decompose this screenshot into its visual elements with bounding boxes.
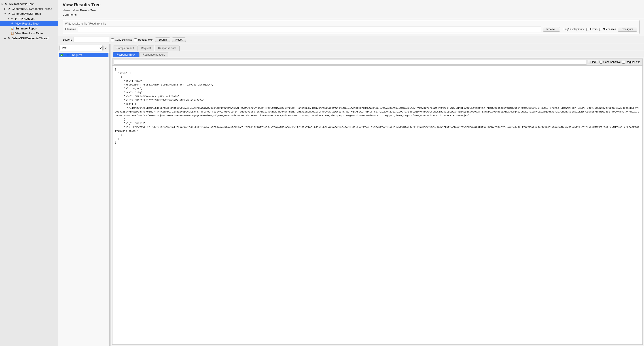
display-type-dropdown[interactable]: TextJSONXMLHTML (60, 45, 103, 51)
gear-icon: ⚙ (4, 2, 8, 6)
tab-response-data[interactable]: Response data (155, 45, 180, 51)
find-button[interactable]: Find (588, 60, 598, 64)
sidebar-item-ssh-credential-test[interactable]: ▶⚙SSHCredentialTest (0, 1, 58, 6)
sidebar-item-view-results-table[interactable]: 📋View Results in Table (0, 31, 58, 36)
successes-checkbox-group[interactable]: Successes (599, 28, 616, 31)
sidebar-item-label: GenerateJWKSThread (12, 12, 41, 15)
page-title: View Results Tree (62, 2, 640, 7)
successes-checkbox[interactable] (599, 28, 602, 31)
file-section: Write results to file / Read from file F… (62, 20, 640, 34)
expand-icon[interactable]: ⤢ (104, 46, 108, 50)
tree-arrow: ▶ (4, 7, 7, 10)
browse-button[interactable]: Browse... (543, 27, 560, 32)
tabs-row: Sampler resultRequestResponse data (111, 44, 644, 51)
gear-icon: ⚙ (7, 11, 11, 16)
page-header: View Results Tree Name: View Results Tre… (58, 0, 644, 18)
main-content: View Results Tree Name: View Results Tre… (58, 0, 644, 346)
tree-arrow: ▼ (4, 12, 7, 15)
find-bar: Find Case sensitive Regular exp. (112, 58, 643, 65)
tree-arrow: ▶ (4, 37, 7, 39)
subtab-response-headers[interactable]: Response headers (139, 52, 168, 57)
filename-label: Filename (65, 28, 76, 31)
chart-icon: 📊 (10, 26, 14, 30)
regular-exp-checkbox[interactable] (134, 38, 137, 41)
sidebar: ▶⚙SSHCredentialTest▶⚙GenerateSSHCredenti… (0, 0, 58, 346)
name-label: Name: (62, 9, 71, 12)
sidebar-item-label: View Results in Table (15, 32, 43, 35)
result-item[interactable]: HTTP Request (59, 53, 108, 57)
configure-button[interactable]: Configure (618, 27, 637, 32)
results-area: TextJSONXMLHTML ⤢ HTTP Request Sampler r… (58, 44, 644, 346)
response-content: Find Case sensitive Regular exp. { "keys… (111, 57, 644, 346)
errors-checkbox-group[interactable]: Errors (586, 28, 598, 31)
find-regular-exp-checkbox[interactable] (622, 61, 625, 64)
sidebar-item-summary-report[interactable]: 📊Summary Report (0, 26, 58, 31)
find-case-sensitive-label: Case sensitive (603, 60, 621, 64)
sidebar-item-label: HTTP Request (15, 17, 34, 20)
regular-exp-label: Regular exp. (138, 38, 153, 41)
sidebar-item-label: View Results Tree (15, 22, 39, 25)
left-panel-toolbar: TextJSONXMLHTML ⤢ (58, 44, 109, 52)
sidebar-item-label: GenerateSSHCredentialThread (12, 7, 52, 10)
search-button[interactable]: Search (155, 37, 170, 42)
gear-icon: ⚙ (7, 36, 11, 40)
errors-checkbox[interactable] (586, 28, 589, 31)
tree-arrow: ▶ (1, 3, 4, 5)
find-regular-exp-label: Regular exp. (626, 60, 641, 64)
sidebar-item-delete-ssh-thread[interactable]: ▶⚙DeleteSSHCredentialThread (0, 36, 58, 41)
name-value: View Results Tree (73, 9, 96, 12)
tab-request[interactable]: Request (138, 45, 154, 51)
subtabs-row: Response BodyResponse headers (111, 51, 644, 57)
successes-label: Successes (603, 28, 616, 31)
sidebar-item-generate-ssh-thread[interactable]: ▶⚙GenerateSSHCredentialThread (0, 6, 58, 11)
case-sensitive-checkbox-group[interactable]: Case sensitive (111, 38, 132, 41)
file-section-title: Write results to file / Read from file (65, 22, 637, 25)
comments-label: Comments: (62, 13, 77, 16)
case-sensitive-label: Case sensitive (115, 38, 132, 41)
search-label: Search: (62, 38, 72, 41)
left-panel: TextJSONXMLHTML ⤢ HTTP Request (58, 44, 110, 346)
errors-label: Errors (590, 28, 598, 31)
eye-icon: 👁 (10, 21, 14, 25)
search-input[interactable] (74, 37, 109, 42)
status-indicator (60, 54, 63, 56)
search-bar: Search: Case sensitive Regular exp. Sear… (58, 36, 644, 44)
sidebar-item-label: Summary Report (15, 27, 37, 30)
sidebar-item-http-request[interactable]: ▶✏HTTP Request (0, 16, 58, 21)
find-input[interactable] (114, 60, 587, 64)
tree-arrow: ▶ (7, 17, 10, 20)
reset-button[interactable]: Reset (172, 37, 186, 42)
right-panel: Sampler resultRequestResponse data Respo… (111, 44, 644, 346)
sidebar-item-generate-jwks-thread[interactable]: ▼⚙GenerateJWKSThread (0, 11, 58, 16)
log-display-section: Log/Display Only: Errors Successes (564, 28, 616, 31)
find-regular-exp-group[interactable]: Regular exp. (622, 60, 641, 64)
case-sensitive-checkbox[interactable] (111, 38, 114, 41)
table-icon: 📋 (10, 31, 14, 35)
log-display-label: Log/Display Only: (564, 28, 584, 31)
sidebar-item-label: SSHCredentialTest (9, 2, 34, 5)
tab-sampler-result[interactable]: Sampler result (113, 45, 137, 51)
sidebar-item-view-results-tree[interactable]: 👁View Results Tree (0, 21, 58, 26)
result-label: HTTP Request (64, 54, 82, 57)
tree-list: HTTP Request (58, 52, 109, 346)
subtab-response-body[interactable]: Response Body (113, 52, 139, 57)
gear-icon: ⚙ (7, 7, 11, 11)
find-case-sensitive-group[interactable]: Case sensitive (600, 60, 621, 64)
pencil-icon: ✏ (10, 16, 14, 20)
find-case-sensitive-checkbox[interactable] (600, 61, 602, 64)
response-body: { "keys": [ { "kty": "RSA", "x5t#S256": … (112, 65, 643, 345)
filename-input[interactable] (78, 26, 541, 32)
sidebar-item-label: DeleteSSHCredentialThread (12, 37, 48, 40)
regular-exp-checkbox-group[interactable]: Regular exp. (134, 38, 153, 41)
